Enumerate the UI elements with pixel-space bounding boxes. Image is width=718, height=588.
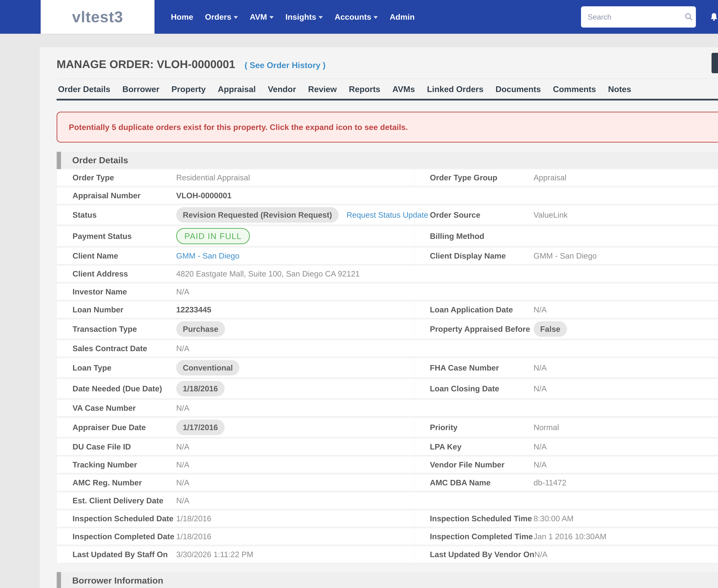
search-icon[interactable]: [684, 12, 693, 22]
tab-review[interactable]: Review: [308, 84, 337, 94]
section-accent-bar: [57, 572, 61, 588]
field-cell: Est. Client Delivery DateN/A: [57, 492, 414, 509]
field-value: 8:30:00 AM: [534, 514, 574, 523]
tab-borrower[interactable]: Borrower: [122, 84, 159, 94]
tab-bar: Order DetailsBorrowerPropertyAppraisalVe…: [57, 79, 718, 101]
brand-logo[interactable]: vltest3: [41, 0, 155, 34]
nav-item-home[interactable]: Home: [171, 12, 193, 22]
field-label: AMC DBA Name: [430, 478, 534, 487]
field-value: 1/18/2016: [176, 532, 211, 541]
nav-item-orders[interactable]: Orders: [205, 12, 238, 22]
field-label: Loan Number: [73, 305, 176, 314]
field-cell: Loan Number12233445: [57, 301, 414, 318]
table-row: Last Updated By Staff On3/30/2026 1:11:2…: [57, 546, 718, 563]
table-row: Investor NameN/A: [57, 283, 718, 300]
actions-button[interactable]: Actions: [712, 53, 718, 73]
chevron-down-icon: [269, 16, 274, 19]
field-label: Billing Method: [430, 232, 534, 241]
field-cell: Client NameGMM - San Diego: [57, 248, 414, 264]
field-label: LPA Key: [430, 442, 534, 451]
field-value: N/A: [534, 442, 547, 451]
notifications-menu[interactable]: [709, 12, 718, 22]
section-title: Order Details: [57, 155, 128, 165]
nav-item-label: Home: [171, 12, 193, 22]
status-badge: Purchase: [176, 321, 225, 337]
see-order-history-link[interactable]: ( See Order History ): [245, 60, 326, 70]
field-value: N/A: [176, 442, 189, 451]
tab-comments[interactable]: Comments: [553, 84, 596, 94]
main-nav-menu: HomeOrdersAVMInsightsAccountsAdmin: [171, 0, 415, 34]
nav-item-label: AVM: [250, 12, 267, 22]
field-cell: Investor NameN/A: [57, 284, 414, 300]
table-row: DU Case File IDN/ALPA KeyN/A: [57, 438, 718, 455]
order-details-table: Order TypeResidential AppraisalOrder Typ…: [57, 169, 718, 563]
field-cell: Inspection Scheduled Time8:30:00 AM: [414, 510, 718, 527]
field-value: N/A: [176, 496, 189, 505]
table-row: Sales Contract DateN/A: [57, 340, 718, 357]
field-label: Client Name: [73, 251, 176, 260]
field-cell: PriorityNormal: [414, 418, 718, 437]
field-cell: Last Updated By Staff On3/30/2026 1:11:2…: [57, 546, 414, 563]
tab-property[interactable]: Property: [171, 84, 206, 94]
bell-icon: [709, 12, 718, 22]
field-label: Status: [73, 210, 176, 219]
tab-appraisal[interactable]: Appraisal: [218, 84, 256, 94]
table-row: VA Case NumberN/A: [57, 400, 718, 417]
table-row: Transaction TypePurchaseProperty Apprais…: [57, 319, 718, 339]
field-value: Residential Appraisal: [176, 173, 250, 182]
table-row: Client NameGMM - San DiegoClient Display…: [57, 247, 718, 264]
field-cell: Loan TypeConventional: [57, 358, 414, 378]
tab-reports[interactable]: Reports: [349, 84, 380, 94]
tab-avms[interactable]: AVMs: [392, 84, 415, 94]
tab-notes[interactable]: Notes: [608, 84, 631, 94]
nav-item-label: Orders: [205, 12, 231, 22]
search-box: [581, 6, 696, 27]
nav-item-insights[interactable]: Insights: [286, 12, 323, 22]
field-label: Inspection Scheduled Date: [73, 514, 176, 523]
order-details-section-header: Order Details: [57, 152, 718, 168]
nav-item-avm[interactable]: AVM: [250, 12, 273, 22]
field-value: N/A: [534, 460, 547, 469]
field-value: N/A: [176, 478, 189, 487]
field-label: Last Updated By Staff On: [73, 550, 176, 559]
status-badge: 1/18/2016: [176, 381, 225, 396]
field-cell: Client Display NameGMM - San Diego: [414, 248, 718, 264]
field-label: Priority: [430, 423, 534, 432]
field-value[interactable]: GMM - San Diego: [176, 251, 239, 260]
tab-documents[interactable]: Documents: [496, 84, 541, 94]
tab-order-details[interactable]: Order Details: [58, 84, 110, 94]
table-row: Payment StatusPAID IN FULLBilling Method: [57, 226, 718, 246]
field-cell: Date Needed (Due Date)1/18/2016: [57, 379, 414, 398]
field-cell: StatusRevision Requested (Revision Reque…: [57, 205, 414, 225]
field-label: Order Source: [430, 210, 534, 219]
field-cell: Tracking NumberN/A: [57, 456, 414, 473]
field-cell: Billing Method: [414, 226, 718, 246]
nav-item-admin[interactable]: Admin: [390, 12, 415, 22]
table-row: Appraisal NumberVLOH-0000001: [57, 187, 718, 204]
field-label: Transaction Type: [73, 324, 176, 334]
tab-linked-orders[interactable]: Linked Orders: [427, 84, 484, 94]
field-label: Est. Client Delivery Date: [73, 496, 176, 505]
table-row: AMC Reg. NumberN/AAMC DBA Namedb-11472: [57, 474, 718, 491]
field-label: Appraiser Due Date: [73, 423, 176, 432]
nav-item-accounts[interactable]: Accounts: [334, 12, 378, 22]
field-value: Normal: [534, 423, 559, 432]
table-row: Client Address4820 Eastgate Mall, Suite …: [57, 265, 718, 282]
status-badge: Revision Requested (Revision Request): [176, 207, 339, 223]
field-value: 4820 Eastgate Mall, Suite 100, San Diego…: [176, 269, 360, 278]
field-cell: Client Address4820 Eastgate Mall, Suite …: [57, 266, 414, 282]
field-value: VLOH-0000001: [176, 191, 231, 200]
field-label: FHA Case Number: [430, 363, 534, 372]
field-cell: Inspection Completed Date1/18/2016: [57, 528, 414, 545]
borrower-info-section-header: Borrower Information: [57, 572, 718, 588]
tab-vendor[interactable]: Vendor: [268, 84, 296, 94]
page-header: MANAGE ORDER: VLOH-0000001 ( See Order H…: [57, 47, 718, 71]
field-value: N/A: [176, 344, 189, 353]
field-cell: Payment StatusPAID IN FULL: [57, 226, 414, 246]
search-input[interactable]: [588, 13, 684, 21]
chevron-down-icon: [373, 16, 378, 19]
nav-item-label: Admin: [390, 12, 415, 22]
table-row: Inspection Scheduled Date1/18/2016Inspec…: [57, 510, 718, 527]
tabs-underline: [57, 99, 718, 101]
field-cell: Last Updated By Vendor OnN/A: [414, 546, 718, 563]
